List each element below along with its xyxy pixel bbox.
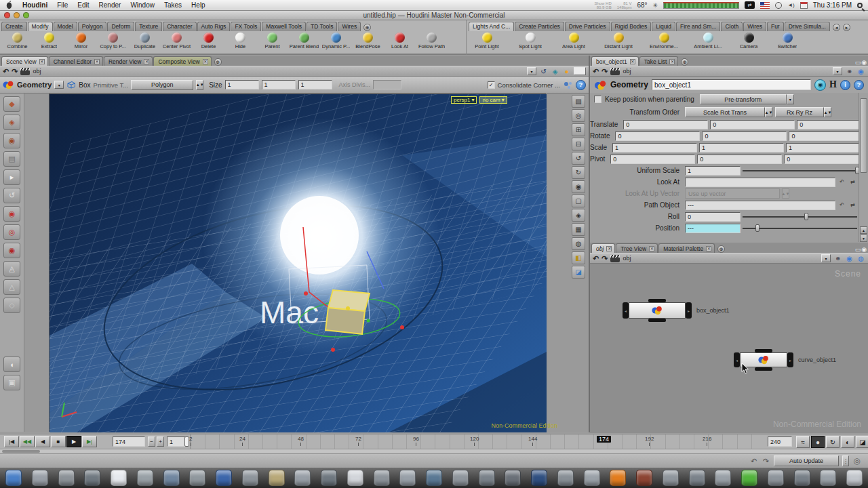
node-chooser-icon[interactable]: ↶ [837,178,846,186]
polygon-select[interactable]: Polygon [131,80,193,90]
view-option-8[interactable]: ▢ [572,195,585,207]
rotate-y-field[interactable] [702,131,787,141]
notify-icon[interactable]: ◎ [852,457,861,465]
dock-icon-8[interactable] [189,470,205,486]
back-icon[interactable]: ↶ [593,67,599,76]
shelf-tab-model[interactable]: Model [54,22,77,31]
scene-path[interactable]: obj [33,68,41,75]
snapshot-button[interactable] [574,67,586,75]
viewport-3d[interactable]: Mac [49,94,546,432]
add-pane-tab-button[interactable]: ⊕ [214,58,222,66]
close-tab-icon[interactable]: ✕ [649,246,654,251]
shelf-tab-fur[interactable]: Fur [767,22,784,31]
shelf-tab-texture[interactable]: Texture [135,22,162,31]
view-option-12[interactable]: ◧ [572,251,585,264]
node-chooser-icon[interactable]: ↶ [837,201,846,209]
dock-icon-1[interactable] [5,470,22,486]
view-option-6[interactable]: ↻ [572,166,585,179]
pretransform-dropdown[interactable]: ▾ [787,94,794,104]
view-option-5[interactable]: ↺ [572,152,585,165]
close-tab-icon[interactable]: ✕ [630,59,635,64]
close-tab-icon[interactable]: ✕ [203,59,208,64]
pivot-z-field[interactable] [784,155,868,164]
shelf-tool-centerpivot[interactable]: Center Pivot [161,33,193,49]
swap-icon[interactable]: ⇄ [848,201,857,209]
step-back-button[interactable]: ◀ [35,436,50,447]
menu-edit[interactable]: Edit [77,1,89,9]
dock-icon-2[interactable] [32,470,48,486]
shelf-tab-driveparticles[interactable]: Drive Particles [565,22,610,31]
view-option-13[interactable]: ◪ [572,266,585,279]
tab-take-list[interactable]: Take List✕ [639,56,679,66]
shelf-tool-camera[interactable]: Camera [733,33,764,49]
view-option-1[interactable]: ▤ [572,95,585,108]
network-type-icon[interactable] [610,68,620,75]
tab-tree-view[interactable]: Tree View✕ [616,243,658,253]
strip-icon-2[interactable]: ◈ [3,115,20,130]
temperature-readout[interactable]: 68° [637,1,647,9]
spaces-icon[interactable]: ⇄ [745,1,755,9]
position-slider[interactable] [743,224,857,232]
strip-icon-9[interactable]: ◉ [3,243,20,258]
close-tab-icon[interactable]: ✕ [39,59,45,64]
cpu-graph-widget[interactable] [663,2,739,9]
range-end-field[interactable] [768,436,792,447]
path-object-field[interactable] [685,201,835,210]
pivot-y-field[interactable] [697,155,782,164]
dock-icon-31[interactable] [794,470,810,486]
strip-icon-3[interactable]: ◉ [3,133,20,148]
pretransform-menu[interactable]: Pre-transform [700,94,787,104]
strip-icon-7[interactable]: ◉ [3,206,20,222]
play-button[interactable]: ▶ [66,436,81,447]
consolidate-checkbox[interactable]: ✓ [488,81,495,89]
stop-button[interactable]: ■ [51,436,66,447]
tab-channel-editor[interactable]: Channel Editor✕ [49,56,103,66]
swap-icon[interactable]: ⇄ [848,178,857,186]
scroll-up-icon[interactable]: ▲ [860,226,867,234]
render-flag-button[interactable]: ◉ [814,79,826,91]
dock-icon-3[interactable] [58,470,75,486]
dock-icon-27[interactable] [689,470,705,486]
shelf-tab-fxtools[interactable]: FX Tools [231,22,261,31]
shelf-tool-combine[interactable]: Combine [1,33,33,49]
dock-icon-16[interactable] [399,470,416,486]
shelf-tool-lookat[interactable]: Look At [384,33,416,49]
transform-order-select[interactable]: Scale Rot Trans [685,107,765,117]
dock-icon-28[interactable] [715,470,731,486]
strip-icon-1[interactable]: ◆ [3,96,20,112]
look-at-field[interactable] [685,178,835,187]
shelf-tool-distantlight[interactable]: Distant Light [599,33,638,49]
dock-icon-15[interactable] [374,470,390,486]
node-name-field[interactable] [652,79,811,90]
shelf-tool-hide[interactable]: Hide [224,33,256,49]
rotate-order-select[interactable]: Rx Ry Rz [775,107,824,117]
shelf-tab-character[interactable]: Character [163,22,196,31]
shelf-tool-spotlight[interactable]: Spot Light [512,33,549,49]
shelf-tool-arealight[interactable]: Area Light [555,33,592,49]
dock-icon-13[interactable] [321,470,337,486]
shelf-tab-wires[interactable]: Wires [338,22,361,31]
shelf-tool-blendpose[interactable]: BlendPose [352,33,384,49]
menu-render[interactable]: Render [99,1,121,9]
scrollbar-thumb[interactable] [860,98,867,173]
view-option-7[interactable]: ◉ [572,180,585,193]
translate-y-field[interactable] [710,120,795,129]
input-language-flag-icon[interactable] [760,2,770,9]
houdini-script-button[interactable]: H [829,79,837,90]
shelf-tab-create[interactable]: Create [1,22,27,31]
size-y-field[interactable] [262,80,296,89]
shelf-tab-rigidbodies[interactable]: Rigid Bodies [611,22,652,31]
persp-view-chip[interactable]: persp1▾ [451,96,477,104]
dock-icon-12[interactable] [294,470,311,486]
strip-icon-10[interactable]: ◬ [3,261,20,277]
shelf-tool-extract[interactable]: Extract [33,33,65,49]
dock-icon-10[interactable] [242,470,258,486]
shelf-tab-deform[interactable]: Deform [107,22,134,31]
playbar-option-3[interactable]: ↻ [826,436,840,448]
frame-increment-button[interactable]: + [157,436,164,447]
pane-maximize-icon[interactable]: ▭ [855,246,861,253]
shelf-add-tab-button[interactable]: ⊕ [363,24,371,31]
redo-icon[interactable]: ↷ [762,457,770,465]
playbar-option-4[interactable]: ◐ [841,436,854,448]
network-type-icon[interactable] [610,255,620,262]
